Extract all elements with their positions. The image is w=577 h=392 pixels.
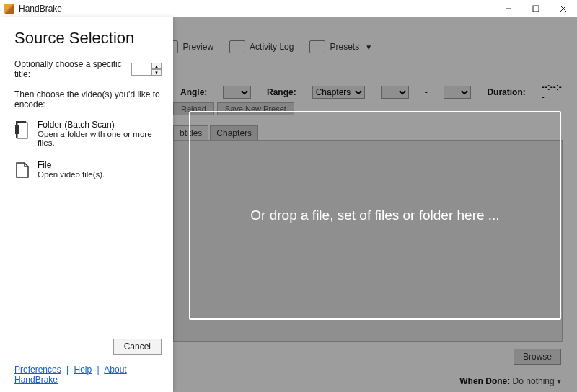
title-bar: HandBrake [0, 0, 577, 17]
window-title: HandBrake [19, 4, 62, 14]
then-choose-label: Then choose the video(s) you'd like to e… [14, 89, 162, 110]
source-folder-option[interactable]: Folder (Batch Scan) Open a folder with o… [14, 120, 162, 147]
close-button[interactable] [550, 0, 577, 17]
minimize-button[interactable] [495, 0, 522, 17]
app-icon [4, 4, 14, 14]
source-file-sub: Open video file(s). [38, 170, 105, 179]
file-icon [14, 160, 30, 180]
source-selection-panel: Source Selection Optionally choose a spe… [0, 17, 173, 392]
link-separator: | [94, 365, 102, 375]
title-spinner-down[interactable]: ▼ [151, 69, 162, 76]
svg-rect-5 [17, 122, 27, 138]
footer-links: Preferences | Help | About HandBrake [14, 355, 162, 385]
title-spinner[interactable]: ▲ ▼ [131, 63, 162, 76]
drop-zone[interactable]: Or drop a file, set of files or folder h… [189, 111, 561, 320]
link-help[interactable]: Help [74, 365, 92, 375]
cancel-button[interactable]: Cancel [113, 339, 162, 355]
svg-rect-1 [533, 6, 539, 12]
link-preferences[interactable]: Preferences [14, 365, 61, 375]
maximize-button[interactable] [522, 0, 550, 17]
window-controls [495, 0, 577, 17]
source-folder-title: Folder (Batch Scan) [38, 120, 162, 130]
panel-heading: Source Selection [14, 29, 162, 48]
folder-icon [14, 120, 30, 140]
source-file-option[interactable]: File Open video file(s). [14, 160, 162, 180]
drop-zone-text: Or drop a file, set of files or folder h… [250, 208, 499, 223]
title-spinner-up[interactable]: ▲ [151, 63, 162, 69]
link-separator: | [63, 365, 71, 375]
svg-rect-6 [15, 125, 19, 134]
title-spinner-input[interactable] [131, 63, 151, 76]
specific-title-label: Optionally choose a specific title: [14, 59, 125, 79]
source-folder-sub: Open a folder with one or more files. [38, 130, 162, 147]
source-file-title: File [38, 160, 105, 170]
